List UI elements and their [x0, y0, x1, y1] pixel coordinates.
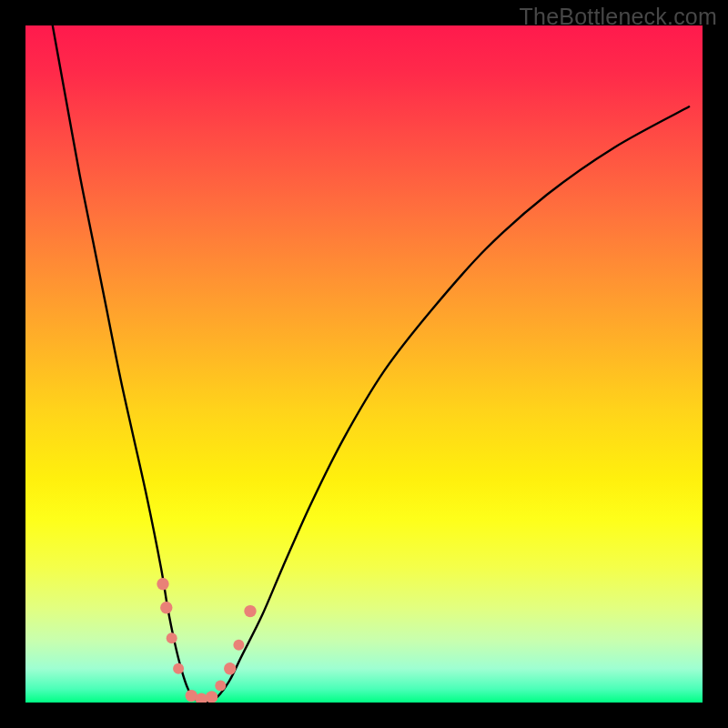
marker-dot	[160, 602, 172, 613]
watermark-text: TheBottleneck.com	[520, 4, 717, 30]
marker-dot	[157, 578, 168, 590]
marker-dot	[224, 662, 236, 674]
marker-dot	[233, 640, 244, 651]
marker-dot	[206, 691, 217, 703]
marker-group	[157, 578, 256, 703]
marker-dot	[215, 680, 226, 691]
bottleneck-curve	[53, 25, 689, 703]
outer-frame: TheBottleneck.com	[0, 0, 728, 728]
marker-dot	[167, 632, 177, 643]
plot-area	[25, 25, 703, 703]
marker-dot	[173, 663, 184, 674]
chart-svg	[25, 25, 703, 703]
marker-dot	[244, 605, 256, 617]
